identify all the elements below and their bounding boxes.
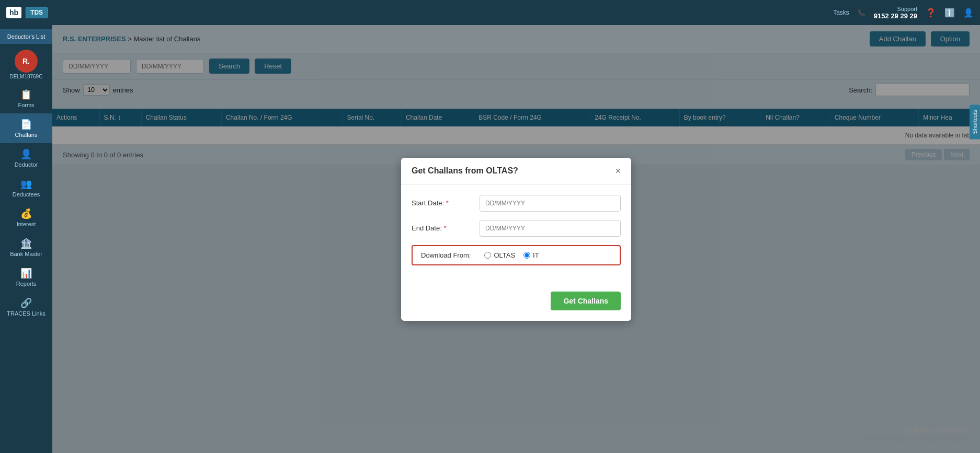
sidebar-item-label-reports: Reports [16,281,37,287]
traces-links-icon: 🔗 [20,297,32,309]
navbar-left: hb TDS [6,7,48,18]
end-date-label-text: End Date: [412,224,442,232]
deductor-icon: 👤 [20,148,32,160]
modal-overlay: Get Challans from OLTAS? × Start Date: * [52,25,980,453]
support-number: 9152 29 29 29 [874,12,917,20]
modal-dialog: Get Challans from OLTAS? × Start Date: * [401,158,631,321]
modal-close-button[interactable]: × [615,166,621,176]
get-challans-button[interactable]: Get Challans [551,292,621,310]
deductees-icon: 👥 [20,178,32,190]
sidebar-item-label-challans: Challans [15,132,38,138]
modal-start-date-input[interactable] [480,195,621,212]
end-date-label: End Date: * [412,224,480,232]
challans-icon: 📄 [20,119,32,130]
reports-icon: 📊 [20,268,32,279]
bank-master-icon: 🏦 [20,238,32,249]
tds-logo-text: TDS [30,9,43,16]
sidebar-item-label-traces-links: TRACES Links [7,310,45,317]
start-date-required: * [446,199,449,207]
download-from-box: Download From: OLTAS IT [412,245,621,265]
hb-logo[interactable]: hb [6,7,21,18]
modal-header: Get Challans from OLTAS? × [401,158,631,184]
left-sidebar: Deductor's List R. DELM18769C 📋 Forms 📄 … [0,25,52,453]
sidebar-item-deductor[interactable]: 👤 Deductor [0,143,52,173]
support-label: Support [897,6,917,12]
start-date-label: Start Date: * [412,199,480,207]
navbar-right: Tasks 📞 Support 9152 29 29 29 ❓ ℹ️ 👤 [833,6,974,20]
modal-body: Start Date: * End Date: * [401,184,631,286]
avatar[interactable]: R. [15,50,38,73]
help-icon[interactable]: ❓ [926,8,936,18]
info-icon[interactable]: ℹ️ [944,8,955,18]
content-area: R.S. ENTERPRISES > Master list of Challa… [52,25,980,453]
it-radio[interactable] [523,252,530,259]
forms-icon: 📋 [20,89,32,100]
oltas-radio[interactable] [484,252,491,259]
start-date-row: Start Date: * [412,195,621,212]
end-date-row: End Date: * [412,220,621,237]
sidebar-item-label-forms: Forms [18,102,34,108]
sidebar-item-forms[interactable]: 📋 Forms [0,84,52,113]
modal-title: Get Challans from OLTAS? [412,166,518,176]
sidebar-item-label-interest: Interest [17,221,36,227]
shortcuts-tab[interactable]: Shortcuts [970,104,980,139]
sidebar-item-label-deductees: Deductees [13,191,40,198]
deductors-list-button[interactable]: Deductor's List [0,29,52,44]
sidebar-item-interest[interactable]: 💰 Interest [0,203,52,233]
sidebar-item-label-deductor: Deductor [15,161,38,168]
interest-icon: 💰 [20,208,32,219]
sidebar-item-deductees[interactable]: 👥 Deductees [0,173,52,203]
it-option[interactable]: IT [523,251,539,259]
phone-icon: 📞 [858,9,865,16]
tds-logo: TDS [26,7,48,18]
download-from-row: Download From: OLTAS IT [412,245,621,265]
oltas-option[interactable]: OLTAS [484,251,515,259]
modal-footer: Get Challans [401,286,631,321]
sidebar-item-challans[interactable]: 📄 Challans [0,113,52,143]
tasks-button[interactable]: Tasks [833,9,849,16]
it-label: IT [533,251,539,259]
sidebar-item-reports[interactable]: 📊 Reports [0,262,52,292]
main-layout: Deductor's List R. DELM18769C 📋 Forms 📄 … [0,25,980,453]
end-date-required: * [443,224,446,232]
download-from-label: Download From: [421,251,471,259]
user-icon[interactable]: 👤 [963,8,974,18]
sidebar-item-bank-master[interactable]: 🏦 Bank Master [0,233,52,262]
modal-end-date-input[interactable] [480,220,621,237]
oltas-label: OLTAS [494,251,515,259]
user-code: DELM18769C [10,74,43,79]
start-date-label-text: Start Date: [412,199,444,207]
sidebar-item-traces-links[interactable]: 🔗 TRACES Links [0,292,52,322]
top-navbar: hb TDS Tasks 📞 Support 9152 29 29 29 ❓ ℹ… [0,0,980,25]
support-info: Support 9152 29 29 29 [874,6,917,20]
sidebar-item-label-bank-master: Bank Master [10,251,42,257]
